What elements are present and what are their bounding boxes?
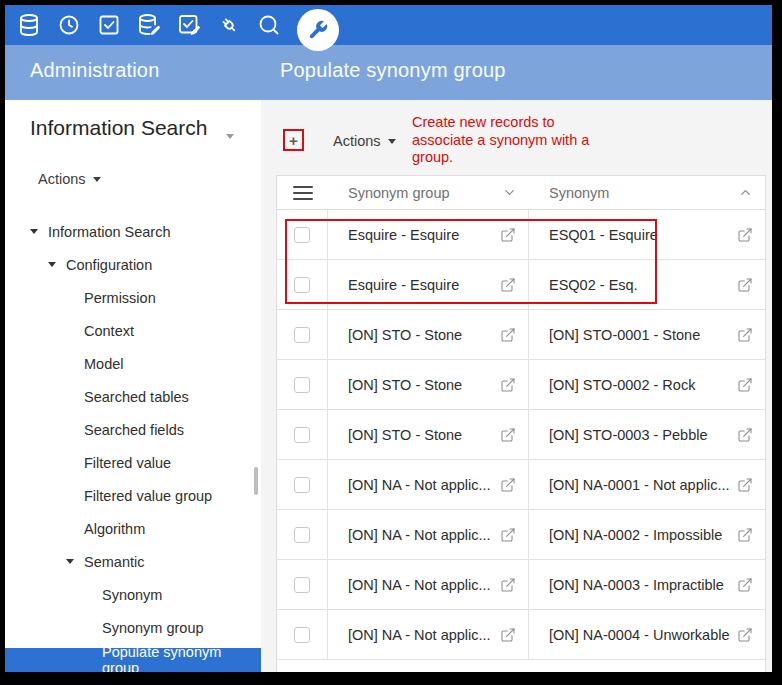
external-link-icon[interactable] (737, 627, 753, 643)
external-link-icon[interactable] (737, 277, 753, 293)
row-checkbox[interactable] (294, 277, 310, 293)
table-body: Esquire - EsquireESQ01 - EsquireEsquire … (277, 210, 765, 672)
external-link-icon[interactable] (500, 327, 516, 343)
chevron-up-icon[interactable] (738, 185, 753, 200)
external-link-icon[interactable] (737, 427, 753, 443)
row-checkbox[interactable] (294, 627, 310, 643)
synonym-group-value: Esquire - Esquire (348, 227, 494, 243)
sidebar-item-label: Context (84, 323, 134, 339)
topbar-icons (17, 5, 351, 51)
list-menu-icon[interactable] (293, 186, 313, 200)
row-select-cell (277, 310, 328, 359)
main-area: Information Search Actions Information S… (5, 100, 772, 672)
toolbar-search-button[interactable] (257, 13, 281, 37)
sidebar-item-synonym-group[interactable]: Synonym group (5, 611, 261, 644)
column-header-synonym-group[interactable]: Synonym group (328, 185, 529, 201)
sidebar-item-searched-fields[interactable]: Searched fields (5, 413, 261, 446)
external-link-icon[interactable] (500, 577, 516, 593)
external-link-icon[interactable] (500, 477, 516, 493)
sidebar-item-information-search[interactable]: Information Search (5, 215, 261, 248)
synonym-group-cell: [ON] STO - Stone (328, 410, 529, 459)
row-select-cell (277, 260, 328, 309)
tree-expand-icon[interactable] (48, 262, 66, 267)
row-checkbox[interactable] (294, 327, 310, 343)
tree-expand-icon[interactable] (30, 229, 48, 234)
external-link-icon[interactable] (737, 227, 753, 243)
row-checkbox[interactable] (294, 377, 310, 393)
synonym-cell: [ON] STO-0002 - Rock (529, 360, 765, 409)
table-row: [ON] NA - Not applic...[ON] NA-0004 - Un… (277, 610, 765, 660)
synonym-value: ESQ01 - Esquire (549, 227, 731, 243)
external-link-icon[interactable] (737, 327, 753, 343)
external-link-icon[interactable] (500, 427, 516, 443)
external-link-icon[interactable] (500, 277, 516, 293)
chevron-down-icon[interactable] (502, 185, 517, 200)
external-link-icon[interactable] (737, 477, 753, 493)
sidebar-scrollbar[interactable] (254, 467, 258, 495)
external-link-icon[interactable] (500, 627, 516, 643)
row-checkbox[interactable] (294, 577, 310, 593)
sidebar-item-context[interactable]: Context (5, 314, 261, 347)
row-select-cell (277, 410, 328, 459)
row-checkbox[interactable] (294, 527, 310, 543)
toolbar-database-edit-button[interactable] (137, 13, 161, 37)
synonym-value: [ON] STO-0002 - Rock (549, 377, 731, 393)
sidebar-item-configuration[interactable]: Configuration (5, 248, 261, 281)
sidebar: Information Search Actions Information S… (5, 100, 261, 672)
sidebar-item-synonym[interactable]: Synonym (5, 578, 261, 611)
sidebar-item-algorithm[interactable]: Algorithm (5, 512, 261, 545)
column-header-synonym[interactable]: Synonym (529, 185, 765, 201)
synonym-group-cell: [ON] STO - Stone (328, 310, 529, 359)
external-link-icon[interactable] (500, 377, 516, 393)
chevron-down-icon (388, 139, 396, 144)
column-label: Synonym (549, 185, 732, 201)
sidebar-actions-dropdown[interactable]: Actions (38, 171, 101, 187)
external-link-icon[interactable] (500, 227, 516, 243)
sidebar-item-permission[interactable]: Permission (5, 281, 261, 314)
row-checkbox[interactable] (294, 427, 310, 443)
toolbar-check-square-edit-button[interactable] (177, 13, 201, 37)
synonym-value: [ON] STO-0003 - Pebble (549, 427, 731, 443)
plug-icon (217, 13, 241, 37)
tree-expand-icon[interactable] (66, 559, 84, 564)
sidebar-item-filtered-value[interactable]: Filtered value (5, 446, 261, 479)
sidebar-item-populate-synonym-group[interactable]: Populate synonym group (5, 644, 261, 672)
sidebar-item-model[interactable]: Model (5, 347, 261, 380)
toolbar-wrench-button[interactable] (297, 9, 339, 51)
synonym-group-value: [ON] STO - Stone (348, 377, 494, 393)
synonym-group-value: [ON] NA - Not applic... (348, 477, 494, 493)
table-row: [ON] STO - Stone[ON] STO-0001 - Stone (277, 310, 765, 360)
synonym-group-value: [ON] NA - Not applic... (348, 577, 494, 593)
sidebar-item-label: Information Search (48, 224, 171, 240)
sidebar-item-searched-tables[interactable]: Searched tables (5, 380, 261, 413)
external-link-icon[interactable] (737, 377, 753, 393)
sidebar-item-label: Filtered value (84, 455, 171, 471)
toolbar-database-button[interactable] (17, 13, 41, 37)
check-square-edit-icon (177, 13, 201, 37)
sidebar-actions-label: Actions (38, 171, 86, 187)
synonym-group-cell: [ON] NA - Not applic... (328, 510, 529, 559)
row-select-cell (277, 510, 328, 559)
synonym-value: [ON] NA-0002 - Impossible (549, 527, 731, 543)
toolbar-check-square-button[interactable] (97, 13, 121, 37)
top-toolbar (5, 5, 772, 45)
synonym-group-cell: [ON] NA - Not applic... (328, 560, 529, 609)
header-band: Administration Populate synonym group (5, 45, 772, 100)
sidebar-tree: Information SearchConfigurationPermissio… (5, 215, 261, 672)
external-link-icon[interactable] (500, 527, 516, 543)
sidebar-title-chevron-down-icon[interactable] (226, 125, 234, 143)
external-link-icon[interactable] (737, 527, 753, 543)
row-checkbox[interactable] (294, 227, 310, 243)
chevron-down-icon (93, 177, 101, 182)
sidebar-item-semantic[interactable]: Semantic (5, 545, 261, 578)
list-actions-dropdown[interactable]: Actions (333, 133, 396, 149)
table-row: [ON] STO - Stone[ON] STO-0002 - Rock (277, 360, 765, 410)
toolbar-plug-button[interactable] (217, 13, 241, 37)
table-row: [ON] STO - Stone[ON] STO-0003 - Pebble (277, 410, 765, 460)
new-record-button[interactable]: + (283, 129, 304, 151)
sidebar-item-filtered-value-group[interactable]: Filtered value group (5, 479, 261, 512)
toolbar-clock-button[interactable] (57, 13, 81, 37)
row-checkbox[interactable] (294, 477, 310, 493)
synonym-group-value: [ON] NA - Not applic... (348, 627, 494, 643)
external-link-icon[interactable] (737, 577, 753, 593)
